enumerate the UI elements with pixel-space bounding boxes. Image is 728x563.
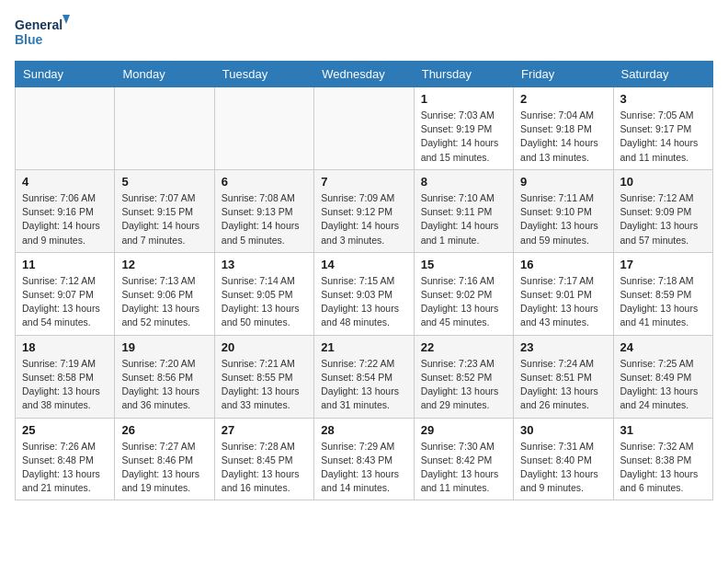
calendar-cell: 8Sunrise: 7:10 AM Sunset: 9:11 PM Daylig… [414,169,513,252]
calendar-cell: 18Sunrise: 7:19 AM Sunset: 8:58 PM Dayli… [16,335,115,418]
logo-svg: GeneralBlue [15,15,70,50]
calendar-cell: 4Sunrise: 7:06 AM Sunset: 9:16 PM Daylig… [16,169,115,252]
page-header: GeneralBlue [15,15,713,50]
calendar-cell: 13Sunrise: 7:14 AM Sunset: 9:05 PM Dayli… [214,252,313,335]
day-info: Sunrise: 7:11 AM Sunset: 9:10 PM Dayligh… [520,191,606,247]
day-info: Sunrise: 7:12 AM Sunset: 9:07 PM Dayligh… [22,274,108,330]
calendar-week-row: 4Sunrise: 7:06 AM Sunset: 9:16 PM Daylig… [16,169,713,252]
day-number: 14 [321,258,406,271]
calendar-cell [214,87,313,170]
day-number: 10 [620,175,706,189]
day-number: 22 [421,340,506,354]
svg-text:General: General [15,17,63,32]
calendar-cell: 20Sunrise: 7:21 AM Sunset: 8:55 PM Dayli… [214,335,313,418]
weekday-header-wednesday: Wednesday [314,62,414,87]
calendar-cell: 28Sunrise: 7:29 AM Sunset: 8:43 PM Dayli… [314,418,414,500]
calendar-cell: 2Sunrise: 7:04 AM Sunset: 9:18 PM Daylig… [514,87,613,170]
calendar-week-row: 18Sunrise: 7:19 AM Sunset: 8:58 PM Dayli… [16,335,713,418]
calendar-cell: 6Sunrise: 7:08 AM Sunset: 9:13 PM Daylig… [214,169,313,252]
calendar-cell: 9Sunrise: 7:11 AM Sunset: 9:10 PM Daylig… [514,169,613,252]
calendar-cell [16,87,115,170]
day-info: Sunrise: 7:31 AM Sunset: 8:40 PM Dayligh… [520,440,606,496]
calendar-cell: 29Sunrise: 7:30 AM Sunset: 8:42 PM Dayli… [414,418,513,500]
day-number: 2 [520,92,606,106]
calendar-cell: 22Sunrise: 7:23 AM Sunset: 8:52 PM Dayli… [414,335,513,418]
calendar-cell: 24Sunrise: 7:25 AM Sunset: 8:49 PM Dayli… [613,335,712,418]
day-info: Sunrise: 7:08 AM Sunset: 9:13 PM Dayligh… [222,191,307,247]
day-number: 11 [22,258,108,271]
day-info: Sunrise: 7:22 AM Sunset: 8:54 PM Dayligh… [321,357,406,413]
day-info: Sunrise: 7:17 AM Sunset: 9:01 PM Dayligh… [520,274,606,330]
svg-marker-2 [63,15,70,24]
day-number: 4 [22,175,108,189]
day-info: Sunrise: 7:18 AM Sunset: 8:59 PM Dayligh… [620,274,706,330]
calendar-week-row: 25Sunrise: 7:26 AM Sunset: 8:48 PM Dayli… [16,418,713,500]
calendar-cell: 7Sunrise: 7:09 AM Sunset: 9:12 PM Daylig… [314,169,414,252]
day-info: Sunrise: 7:21 AM Sunset: 8:55 PM Dayligh… [222,357,307,413]
day-info: Sunrise: 7:13 AM Sunset: 9:06 PM Dayligh… [121,274,207,330]
day-number: 25 [22,423,108,437]
day-number: 9 [520,175,606,189]
calendar-week-row: 1Sunrise: 7:03 AM Sunset: 9:19 PM Daylig… [16,87,713,170]
calendar-cell: 23Sunrise: 7:24 AM Sunset: 8:51 PM Dayli… [514,335,613,418]
day-number: 20 [222,340,307,354]
calendar-table: SundayMondayTuesdayWednesdayThursdayFrid… [15,61,713,500]
day-info: Sunrise: 7:28 AM Sunset: 8:45 PM Dayligh… [222,440,307,496]
day-info: Sunrise: 7:09 AM Sunset: 9:12 PM Dayligh… [321,191,406,247]
calendar-cell: 3Sunrise: 7:05 AM Sunset: 9:17 PM Daylig… [613,87,712,170]
calendar-week-row: 11Sunrise: 7:12 AM Sunset: 9:07 PM Dayli… [16,252,713,335]
day-number: 30 [520,423,606,437]
day-info: Sunrise: 7:15 AM Sunset: 9:03 PM Dayligh… [321,274,406,330]
day-info: Sunrise: 7:16 AM Sunset: 9:02 PM Dayligh… [421,274,506,330]
weekday-header-tuesday: Tuesday [214,62,313,87]
day-number: 12 [121,258,207,271]
day-number: 21 [321,340,406,354]
weekday-header-friday: Friday [514,62,613,87]
weekday-header-row: SundayMondayTuesdayWednesdayThursdayFrid… [16,62,713,87]
day-number: 17 [620,258,706,271]
calendar-cell: 31Sunrise: 7:32 AM Sunset: 8:38 PM Dayli… [613,418,712,500]
calendar-cell: 30Sunrise: 7:31 AM Sunset: 8:40 PM Dayli… [514,418,613,500]
day-number: 19 [121,340,207,354]
calendar-cell: 16Sunrise: 7:17 AM Sunset: 9:01 PM Dayli… [514,252,613,335]
day-number: 15 [421,258,506,271]
day-info: Sunrise: 7:27 AM Sunset: 8:46 PM Dayligh… [121,440,207,496]
day-info: Sunrise: 7:14 AM Sunset: 9:05 PM Dayligh… [222,274,307,330]
day-number: 3 [620,92,706,106]
day-info: Sunrise: 7:30 AM Sunset: 8:42 PM Dayligh… [421,440,506,496]
weekday-header-monday: Monday [115,62,214,87]
calendar-cell: 12Sunrise: 7:13 AM Sunset: 9:06 PM Dayli… [115,252,214,335]
day-info: Sunrise: 7:07 AM Sunset: 9:15 PM Dayligh… [121,191,207,247]
day-info: Sunrise: 7:05 AM Sunset: 9:17 PM Dayligh… [620,109,706,165]
calendar-cell: 14Sunrise: 7:15 AM Sunset: 9:03 PM Dayli… [314,252,414,335]
logo: GeneralBlue [15,15,70,50]
day-number: 31 [620,423,706,437]
day-number: 29 [421,423,506,437]
calendar-cell [115,87,214,170]
day-number: 26 [121,423,207,437]
day-number: 13 [222,258,307,271]
day-info: Sunrise: 7:04 AM Sunset: 9:18 PM Dayligh… [520,109,606,165]
day-info: Sunrise: 7:20 AM Sunset: 8:56 PM Dayligh… [121,357,207,413]
calendar-cell [314,87,414,170]
day-number: 18 [22,340,108,354]
day-info: Sunrise: 7:32 AM Sunset: 8:38 PM Dayligh… [620,440,706,496]
weekday-header-saturday: Saturday [613,62,712,87]
day-info: Sunrise: 7:10 AM Sunset: 9:11 PM Dayligh… [421,191,506,247]
day-number: 6 [222,175,307,189]
calendar-cell: 15Sunrise: 7:16 AM Sunset: 9:02 PM Dayli… [414,252,513,335]
day-info: Sunrise: 7:25 AM Sunset: 8:49 PM Dayligh… [620,357,706,413]
calendar-cell: 1Sunrise: 7:03 AM Sunset: 9:19 PM Daylig… [414,87,513,170]
day-info: Sunrise: 7:23 AM Sunset: 8:52 PM Dayligh… [421,357,506,413]
calendar-cell: 11Sunrise: 7:12 AM Sunset: 9:07 PM Dayli… [16,252,115,335]
day-info: Sunrise: 7:12 AM Sunset: 9:09 PM Dayligh… [620,191,706,247]
day-info: Sunrise: 7:26 AM Sunset: 8:48 PM Dayligh… [22,440,108,496]
day-number: 16 [520,258,606,271]
day-info: Sunrise: 7:24 AM Sunset: 8:51 PM Dayligh… [520,357,606,413]
weekday-header-thursday: Thursday [414,62,513,87]
calendar-cell: 17Sunrise: 7:18 AM Sunset: 8:59 PM Dayli… [613,252,712,335]
day-info: Sunrise: 7:06 AM Sunset: 9:16 PM Dayligh… [22,191,108,247]
day-info: Sunrise: 7:19 AM Sunset: 8:58 PM Dayligh… [22,357,108,413]
day-info: Sunrise: 7:29 AM Sunset: 8:43 PM Dayligh… [321,440,406,496]
day-number: 27 [222,423,307,437]
